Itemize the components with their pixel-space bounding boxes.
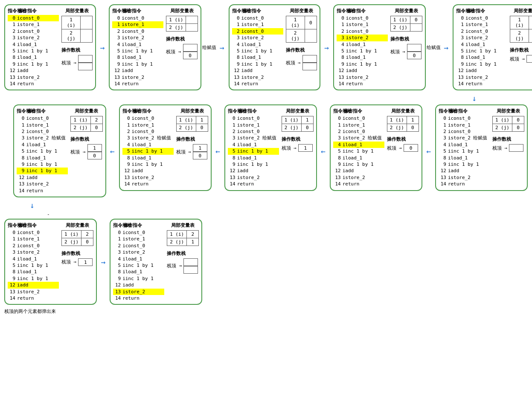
arrow-left-9: ← — [422, 147, 435, 156]
table-row: 1 (i)1 — [282, 116, 313, 124]
table-row: 2 (j) — [62, 29, 93, 43]
frame-11: 指令地址 操作指令 0iconst_0 1istore_1 2iconst_0 … — [4, 219, 97, 305]
stack-cells: 1 — [78, 258, 93, 266]
stack-cell: 0 — [193, 152, 207, 159]
local-var-3: 局部变量表 1 (i)0 2 (j) — [286, 8, 317, 43]
stack-cell — [183, 44, 198, 52]
frame-3: 指令地址 操作指令 0iconst_0 1istore_1 2iconst_0 … — [229, 4, 320, 90]
instr-row: 12iadd — [8, 67, 59, 74]
stack-cells — [183, 258, 198, 274]
instr-row: 1istore_1 — [456, 21, 507, 28]
instr-row: 12iadd — [113, 282, 164, 288]
stack-top-label: 栈顶 → — [282, 145, 297, 151]
local-var-table: 1 (i)0 2 (j)0 — [492, 116, 524, 132]
instr-row: 13istore_2 — [439, 174, 490, 181]
instr-row: 13istore_2 — [456, 74, 507, 81]
stack-title: 操作数栈 — [61, 47, 93, 53]
instr-row: 9iinc 1 by 1 — [8, 275, 59, 282]
table-row: 2 (j)0 — [510, 29, 532, 43]
stack-section-1: 操作数栈 栈顶 → — [61, 47, 93, 70]
instr-row: 4iload_1 — [122, 142, 174, 148]
stack-visual: 栈顶 → 1 0 — [70, 144, 102, 159]
stack-title: 操作数栈 — [510, 47, 532, 53]
instr-table-7: 指令地址 操作指令 0iconst_0 1istore_1 2iconst_0 … — [122, 108, 174, 187]
instr-row: 12iadd — [8, 282, 59, 288]
instr-row: 8iload_1 — [333, 155, 384, 161]
instr-row: 13istore_2 — [337, 74, 388, 81]
stack-cells: 1 0 — [193, 144, 207, 159]
local-var-table: 1 (i) 2 (j) — [61, 16, 93, 43]
instr-row: 2iconst_0 — [439, 128, 490, 135]
instr-row: 5iinc 1 by 1 — [122, 148, 174, 154]
table-row: 2 (j) — [166, 24, 198, 32]
instr-row: 14return — [122, 181, 174, 187]
instr-header-7: 指令地址 操作指令 — [122, 108, 174, 114]
stack-section-8: 操作数栈 栈顶 → 1 — [282, 136, 314, 152]
instr-row: 2iconst_0 — [337, 28, 388, 35]
stack-top-label: 栈顶 → — [510, 56, 525, 62]
instr-row: 9iinc 1 by 1 — [122, 161, 174, 168]
table-row: 2 (j)0 — [71, 124, 102, 132]
instr-row: 1istore_1 — [439, 122, 490, 128]
right-panel-12: 局部变量表 1 (i)2 2 (j)1 操作数栈 栈顶 → — [167, 222, 199, 301]
instr-row: 3istore_2 给赋值 — [228, 135, 279, 141]
instr-row: 12iadd — [228, 168, 279, 174]
frame-4: 指令地址 操作指令 0iconst_0 1istore_1 2iconst_0 … — [333, 4, 426, 90]
table-row: 2 (j) — [390, 24, 422, 32]
local-var-title: 局部变量表 — [167, 222, 199, 228]
instr-row: 12iadd — [456, 67, 507, 74]
instr-row: 5iinc 1 by 1 — [337, 48, 388, 54]
instr-row: 4iload_1 — [228, 142, 279, 148]
frame-12: 指令地址 操作指令 0iconst_0 1istore_1 2iconst_0 … — [110, 219, 202, 305]
instr-row: 14return — [337, 81, 388, 87]
instr-row: 5iinc 1 by 1 — [228, 148, 279, 154]
instr-row: 8iload_1 — [8, 269, 59, 275]
stack-cell: 0 — [404, 144, 418, 152]
instr-table-12: 指令地址 操作指令 0iconst_0 1istore_1 2iconst_0 … — [113, 222, 164, 301]
instr-row: 14return — [113, 295, 164, 301]
local-var-title: 局部变量表 — [387, 108, 419, 114]
stack-cell — [407, 44, 422, 52]
instr-row: 2iconst_0 — [456, 28, 507, 35]
stack-cell: 1 — [78, 258, 93, 266]
arrow-left-8: ← — [317, 147, 330, 156]
right-panel-6: 局部变量表 1 (i)2 2 (j)0 操作数栈 栈顶 → 1 0 — [70, 108, 102, 194]
annotation-4: 给赋值 — [427, 44, 441, 51]
instr-row: 4iload_1 — [8, 256, 59, 262]
instr-row: 8iload_1 — [456, 54, 507, 61]
instr-header-9: 指令地址 操作指令 — [333, 108, 384, 114]
stack-title: 操作数栈 — [176, 136, 208, 142]
instr-row: 12iadd — [232, 67, 283, 74]
local-var-title: 局部变量表 — [286, 8, 317, 14]
instr-row: 3istore_2 给赋值 — [333, 135, 384, 141]
instr-table-10: 指令地址 操作指令 0iconst_0 1istore_1 2iconst_0 … — [439, 108, 490, 187]
stack-cell: 0 — [87, 152, 102, 159]
instr-row: 3istore_2 给赋值 — [17, 135, 68, 141]
stack-visual: 栈顶 → — [167, 258, 199, 274]
arrow-left-6: ← — [106, 147, 119, 156]
stack-visual: 栈顶 → 0 — [166, 44, 198, 59]
table-row: 1 (i)0 — [390, 16, 422, 24]
stack-title: 操作数栈 — [167, 250, 199, 257]
instr-row: 0iconst_0 — [17, 115, 68, 121]
stack-top-label: 栈顶 → — [61, 60, 76, 66]
instr-row: 1istore_1 — [333, 122, 384, 128]
stack-cell: 1 — [193, 144, 207, 152]
instr-row: 14return — [8, 295, 59, 301]
instr-row: 5iinc 1 by 1 — [17, 148, 68, 154]
down-arrow-2: ↓ — [4, 201, 528, 210]
stack-top-label: 栈顶 → — [176, 149, 191, 155]
row-2: 指令地址 操作指令 0iconst_0 1istore_1 2iconst_0 … — [4, 104, 528, 197]
instr-row: 8iload_1 — [17, 155, 68, 161]
instr-row: 14return — [228, 181, 279, 187]
instr-row: 0iconst_0 — [8, 229, 59, 236]
stack-cells — [302, 55, 317, 70]
stack-title: 操作数栈 — [282, 136, 314, 142]
stack-visual: 栈顶 → 1 — [61, 258, 93, 266]
instr-table-5: 指令地址 操作指令 0iconst_0 1istore_1 2iconst_0 … — [456, 8, 507, 87]
table-row: 2 (j)0 — [62, 238, 93, 246]
instr-row: 8iload_1 — [8, 54, 59, 61]
stack-cells — [509, 144, 523, 152]
bottom-note: 栈顶的两个元素都弹出来 — [4, 308, 528, 315]
right-panel-10: 局部变量表 1 (i)0 2 (j)0 操作数栈 栈顶 → — [492, 108, 524, 187]
